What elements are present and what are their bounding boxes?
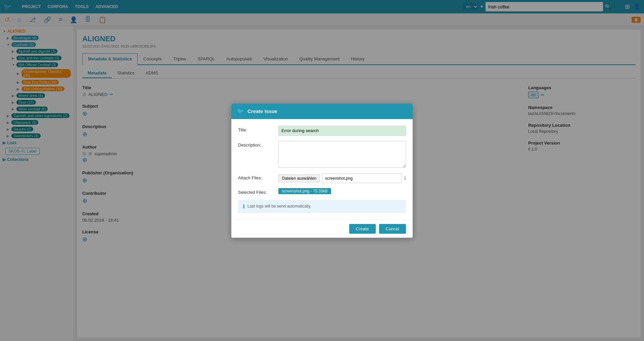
selected-file-badge[interactable]: screenshot.png - 75.33kB bbox=[278, 188, 331, 194]
modal-footer: Create Cancel bbox=[231, 220, 413, 238]
attach-form-row: Attach Files: Dateien auswählen ℹ bbox=[238, 174, 406, 183]
create-button[interactable]: Create bbox=[349, 224, 376, 234]
description-form-control bbox=[278, 141, 406, 169]
modal-header: 🐦 Create Issue bbox=[231, 104, 413, 119]
cancel-button[interactable]: Cancel bbox=[379, 224, 406, 234]
choose-file-button[interactable]: Dateien auswählen bbox=[278, 174, 320, 182]
description-form-row: Description: bbox=[238, 141, 406, 169]
issue-description-input[interactable] bbox=[278, 141, 406, 168]
file-info-icon[interactable]: ℹ bbox=[404, 175, 406, 181]
title-form-control bbox=[278, 126, 406, 136]
modal-overlay[interactable]: 🐦 Create Issue Title: Description: Attac… bbox=[0, 0, 644, 341]
file-row: Dateien auswählen ℹ bbox=[278, 174, 406, 183]
info-message: Last logs will be send automatically. bbox=[247, 204, 311, 209]
title-form-label: Title: bbox=[238, 126, 275, 132]
attach-form-control: Dateien auswählen ℹ bbox=[278, 174, 406, 183]
selected-files-row: Selected Files: screenshot.png - 75.33kB bbox=[238, 188, 406, 195]
selected-files-control: screenshot.png - 75.33kB bbox=[278, 188, 406, 194]
attach-form-label: Attach Files: bbox=[238, 174, 275, 180]
file-name-input[interactable] bbox=[322, 174, 402, 183]
create-issue-modal: 🐦 Create Issue Title: Description: Attac… bbox=[231, 104, 413, 238]
info-box: ℹ Last logs will be send automatically. bbox=[238, 200, 406, 213]
description-form-label: Description: bbox=[238, 141, 275, 148]
selected-files-label: Selected Files: bbox=[238, 188, 275, 195]
info-box-icon: ℹ bbox=[243, 203, 245, 210]
modal-title: Create Issue bbox=[247, 108, 277, 114]
issue-title-input[interactable] bbox=[278, 126, 406, 136]
modal-body: Title: Description: Attach Files: Dateie… bbox=[231, 119, 413, 220]
title-form-row: Title: bbox=[238, 126, 406, 136]
modal-header-icon: 🐦 bbox=[237, 108, 244, 115]
